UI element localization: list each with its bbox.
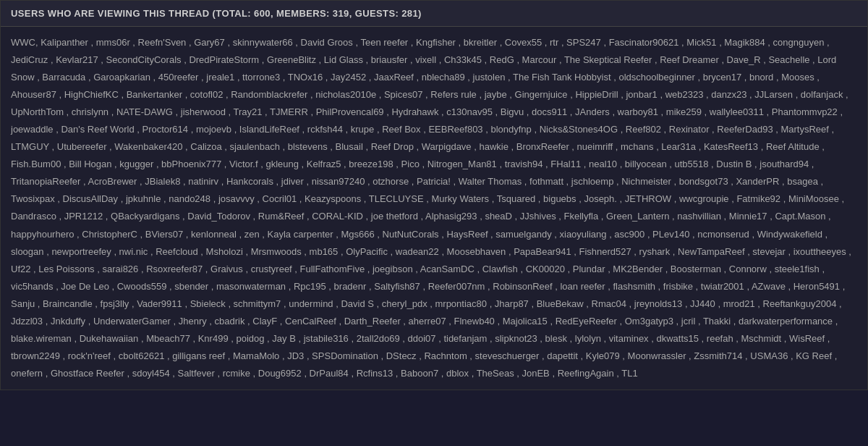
user-nissan97240[interactable]: nissan97240 <box>312 176 365 187</box>
user-newportreefey[interactable]: newportreefey <box>51 246 111 257</box>
user-bsagea[interactable]: bsagea <box>787 176 818 187</box>
user-acrobrewer[interactable]: AcroBrewer <box>88 176 137 187</box>
user-tray21[interactable]: Tray21 <box>234 106 263 117</box>
user-bnord[interactable]: bnord <box>749 72 773 83</box>
user-wwc[interactable]: WWC <box>11 37 35 48</box>
thread-viewers-panel: USERS WHO ARE VIEWING THIS THREAD (TOTAL… <box>0 0 868 390</box>
user-reef-drop[interactable]: Reef Drop <box>371 141 414 152</box>
header-title: USERS WHO ARE VIEWING THIS THREAD (TOTAL… <box>11 8 422 19</box>
user-reefah[interactable]: reefah <box>707 333 733 344</box>
user-otzhorse[interactable]: otzhorse <box>373 176 409 187</box>
user-jpr1212[interactable]: JPR1212 <box>64 211 103 222</box>
user-fatmike92[interactable]: Fatmike92 <box>736 193 780 204</box>
user-knr499[interactable]: Knr499 <box>198 333 229 344</box>
panel-header: USERS WHO ARE VIEWING THIS THREAD (TOTAL… <box>1 1 867 27</box>
user-mick51[interactable]: Mick51 <box>686 37 716 48</box>
user-ryshark[interactable]: ryshark <box>639 246 671 257</box>
user-discusallday[interactable]: DiscusAllDay <box>63 193 119 204</box>
user-utubereefer[interactable]: Utubereefer <box>57 141 107 152</box>
user-dstecz[interactable]: DStecz <box>386 350 417 361</box>
users-list: WWC, Kalipanther , mms06r , Reefn'Sven ,… <box>1 27 867 390</box>
user-dans-reef-world[interactable]: Dan's Reef World <box>61 124 134 135</box>
user-aherre07[interactable]: aherre07 <box>409 316 446 327</box>
user-neal10[interactable]: neal10 <box>589 159 617 169</box>
user-steveschuerger[interactable]: steveschuerger <box>475 350 540 361</box>
user-jonbar1[interactable]: jonbar1 <box>626 89 657 100</box>
user-drpaul84[interactable]: DrPaul84 <box>310 368 349 379</box>
